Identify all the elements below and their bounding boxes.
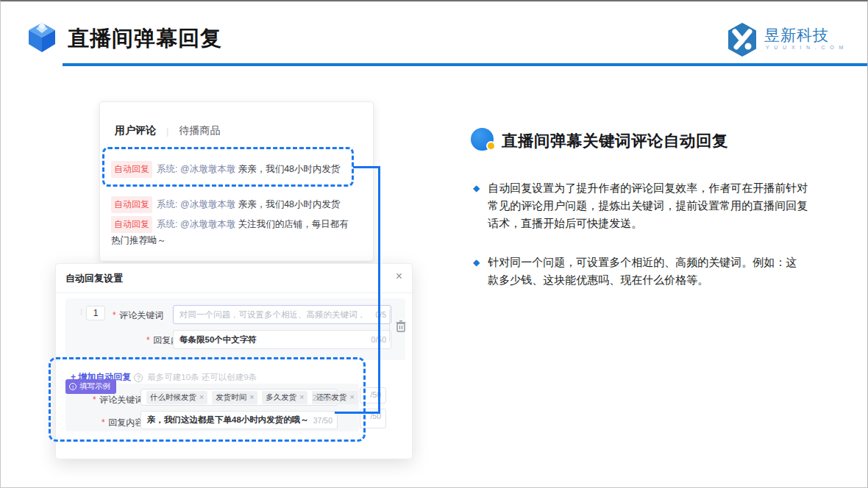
comment-row: 自动回复系统: @冰墩墩本墩 亲亲，我们48小时内发货 bbox=[111, 196, 357, 213]
brand-hexagon-icon bbox=[725, 23, 759, 57]
bullet-text: 自动回复设置为了提升作者的评论回复效率，作者可在开播前针对常见的评论用户问题，提… bbox=[488, 179, 813, 232]
cube-logo-icon bbox=[25, 20, 59, 54]
highlight-dashed-box-comment bbox=[102, 147, 354, 187]
comment-text: 亲亲，我们48小时内发货 bbox=[238, 199, 341, 209]
feature-bullet: ◆ 针对同一个问题，可设置多个相近的、高频的关键词。例如：这款多少钱、这块能优惠… bbox=[473, 254, 803, 289]
keyword-counter: 0/5 bbox=[375, 310, 386, 319]
trash-icon[interactable] bbox=[394, 319, 408, 334]
auto-reply-badge: 自动回复 bbox=[111, 216, 152, 233]
diamond-bullet-icon: ◆ bbox=[473, 179, 480, 232]
required-asterisk: * bbox=[113, 310, 116, 320]
modal-header-divider bbox=[56, 293, 412, 293]
highlight-dashed-box-example bbox=[49, 357, 366, 442]
tab-pending-products[interactable]: 待播商品 bbox=[179, 124, 220, 137]
comment-row: 自动回复系统: @冰墩墩本墩 关注我们的店铺，每日都有热门推荐呦～ bbox=[111, 216, 357, 248]
feature-bullet: ◆ 自动回复设置为了提升作者的评论回复效率，作者可在开播前针对常见的评论用户问题… bbox=[473, 179, 813, 232]
brand-name: 昱新科技 bbox=[764, 25, 829, 46]
modal-title: 自动回复设置 bbox=[65, 272, 123, 285]
connector-line bbox=[335, 412, 380, 414]
tab-divider: | bbox=[166, 126, 168, 137]
feature-heading: 直播间弹幕关键词评论自动回复 bbox=[502, 130, 728, 151]
reply-input[interactable] bbox=[173, 330, 391, 349]
action-divider bbox=[389, 309, 390, 342]
tab-bar: 用户评论 | 待播商品 bbox=[115, 124, 220, 137]
comment-system-prefix: 系统: @冰墩墩本墩 bbox=[157, 199, 235, 209]
required-asterisk: * bbox=[146, 335, 150, 345]
reply-input-wrap: 0/50 bbox=[173, 330, 391, 349]
title-underline bbox=[63, 63, 867, 66]
rule-index-field[interactable]: 1 bbox=[86, 306, 105, 320]
yellow-dot bbox=[486, 141, 496, 151]
reply-rule-section: ⋮⋮ 1 * 评论关键词 0/5 * 回复内容 0/50 bbox=[65, 298, 405, 360]
close-icon[interactable]: × bbox=[396, 270, 402, 283]
connector-line bbox=[378, 166, 380, 414]
chat-bubble-icon bbox=[471, 128, 496, 153]
comment-system-prefix: 系统: @冰墩墩本墩 bbox=[157, 219, 235, 229]
tab-user-comments[interactable]: 用户评论 bbox=[115, 124, 156, 137]
bullet-text: 针对同一个问题，可设置多个相近的、高频的关键词。例如：这款多少钱、这块能优惠吗、… bbox=[488, 254, 803, 289]
auto-reply-badge: 自动回复 bbox=[111, 196, 152, 213]
connector-line bbox=[353, 166, 380, 168]
keyword-label: 评论关键词 bbox=[119, 310, 163, 320]
keyword-input[interactable] bbox=[173, 305, 391, 324]
keyword-label-row: * 评论关键词 bbox=[113, 308, 163, 322]
page-title: 直播间弹幕回复 bbox=[68, 24, 222, 54]
keyword-input-wrap: 0/5 bbox=[173, 305, 391, 324]
diamond-bullet-icon: ◆ bbox=[473, 254, 480, 289]
brand-domain: Y U U X I N . C O M bbox=[766, 45, 845, 50]
